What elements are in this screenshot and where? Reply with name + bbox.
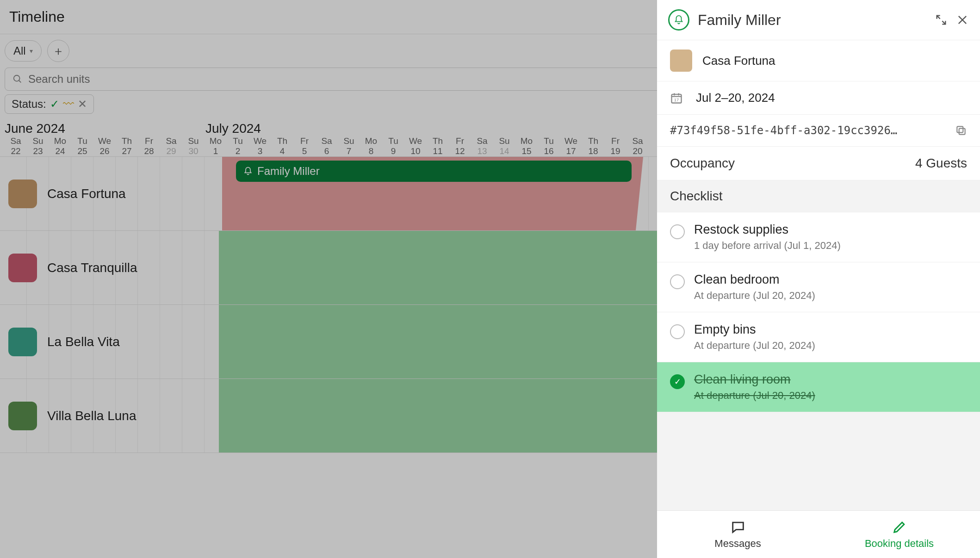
pencil-icon	[892, 519, 907, 535]
checklist-item-sub: At departure (Jul 20, 2024)	[694, 390, 815, 402]
panel-dates-row[interactable]: 17 Jul 2–20, 2024	[657, 81, 980, 114]
day-column: Tu2	[227, 136, 249, 156]
filter-label: All	[13, 44, 26, 57]
day-column: Su7	[338, 136, 360, 156]
expand-icon[interactable]	[935, 13, 948, 26]
day-column: Su30	[182, 136, 205, 156]
checklist-item[interactable]: ✓Clean living roomAt departure (Jul 20, …	[657, 362, 980, 412]
tab-messages-label: Messages	[714, 538, 761, 550]
unit-name: Villa Bella Luna	[47, 409, 136, 423]
close-icon: ✕	[78, 98, 87, 111]
day-column: We17	[560, 136, 582, 156]
checklist: Restock supplies1 day before arrival (Ju…	[657, 212, 980, 510]
unit-cell[interactable]: La Bella Vita	[8, 328, 120, 356]
unit-thumb	[8, 254, 37, 282]
unit-name: Casa Tranquilla	[47, 260, 137, 275]
checklist-item[interactable]: Empty binsAt departure (Jul 20, 2024)	[657, 312, 980, 362]
add-button[interactable]: ＋	[47, 40, 69, 62]
unit-cell[interactable]: Villa Bella Luna	[8, 402, 136, 430]
checklist-item[interactable]: Restock supplies1 day before arrival (Ju…	[657, 212, 980, 262]
checklist-item-sub: 1 day before arrival (Jul 1, 2024)	[694, 240, 841, 252]
checklist-item-title: Clean bedroom	[694, 273, 815, 287]
svg-rect-9	[959, 129, 965, 135]
chat-icon	[730, 519, 746, 535]
copy-icon[interactable]	[955, 124, 967, 136]
day-column: Tu25	[71, 136, 93, 156]
filter-all-dropdown[interactable]: All ▾	[5, 40, 42, 62]
close-icon[interactable]	[956, 13, 969, 26]
unit-name: Casa Fortuna	[47, 186, 126, 201]
day-column: Tu9	[382, 136, 404, 156]
checklist-item[interactable]: Clean bedroomAt departure (Jul 20, 2024)	[657, 262, 980, 312]
day-column: Sa29	[160, 136, 182, 156]
month-label-2: July 2024	[205, 121, 261, 136]
day-column: Mo24	[49, 136, 71, 156]
day-column: We10	[404, 136, 427, 156]
svg-point-0	[14, 75, 20, 81]
panel-unit-name: Casa Fortuna	[702, 54, 775, 68]
day-column: Sa6	[316, 136, 338, 156]
panel-guest-name: Family Miller	[698, 12, 926, 29]
occupancy-value: 4 Guests	[915, 156, 967, 171]
calendar-icon: 17	[670, 92, 683, 105]
unit-thumb	[8, 180, 37, 208]
svg-text:17: 17	[674, 98, 679, 102]
panel-id-row: #73f49f58-51fe-4bff-a302-19cc3926…	[657, 114, 980, 146]
day-column: Fr19	[604, 136, 626, 156]
panel-dates: Jul 2–20, 2024	[696, 91, 775, 105]
day-column: Fr5	[293, 136, 316, 156]
bell-icon	[243, 167, 253, 176]
day-column: Mo1	[205, 136, 227, 156]
chevron-down-icon: ▾	[30, 47, 33, 55]
svg-rect-10	[957, 126, 963, 132]
day-column: Th11	[427, 136, 449, 156]
wave-icon: 〰	[63, 98, 74, 111]
checkbox[interactable]	[670, 324, 685, 339]
occupancy-row: Occupancy 4 Guests	[657, 146, 980, 180]
booking-details-panel: Family Miller Casa Fortuna 17 Jul 2–20, …	[657, 0, 980, 558]
panel-unit-row[interactable]: Casa Fortuna	[657, 40, 980, 81]
status-label: Status:	[12, 98, 46, 111]
checklist-item-sub: At departure (Jul 20, 2024)	[694, 340, 815, 352]
checklist-item-title: Clean living room	[694, 372, 815, 387]
checkbox[interactable]: ✓	[670, 374, 685, 389]
unit-cell[interactable]: Casa Fortuna	[8, 180, 126, 208]
checkbox[interactable]	[670, 224, 685, 239]
day-column: Sa20	[626, 136, 649, 156]
day-column: Th27	[116, 136, 138, 156]
day-column: Th18	[582, 136, 604, 156]
bell-badge-icon	[668, 9, 689, 31]
unit-thumb	[8, 328, 37, 356]
day-column: Tu16	[538, 136, 560, 156]
day-column: Th4	[271, 136, 293, 156]
plus-icon: ＋	[52, 43, 64, 59]
tab-booking-details[interactable]: Booking details	[819, 511, 980, 558]
day-column: Fr28	[138, 136, 160, 156]
booking-bar-label: Family Miller	[257, 165, 320, 178]
day-column: Sa22	[5, 136, 27, 156]
unit-cell[interactable]: Casa Tranquilla	[8, 254, 137, 282]
day-column: Mo15	[515, 136, 538, 156]
occupancy-label: Occupancy	[670, 156, 735, 171]
search-icon	[12, 74, 23, 84]
checklist-item-sub: At departure (Jul 20, 2024)	[694, 290, 815, 302]
day-column: Su14	[493, 136, 515, 156]
unit-thumb	[670, 50, 692, 72]
tab-details-label: Booking details	[865, 538, 934, 550]
day-column: Su23	[27, 136, 49, 156]
status-filter[interactable]: Status: ✓ 〰 ✕	[5, 94, 94, 114]
checklist-item-title: Empty bins	[694, 322, 815, 337]
tab-messages[interactable]: Messages	[657, 511, 819, 558]
day-column: Fr12	[449, 136, 471, 156]
checklist-header: Checklist	[657, 180, 980, 212]
day-column: We3	[249, 136, 271, 156]
checklist-item-title: Restock supplies	[694, 223, 841, 237]
day-column: Sa13	[471, 136, 493, 156]
checkbox[interactable]	[670, 274, 685, 289]
month-label-1: June 2024	[5, 121, 205, 136]
unit-thumb	[8, 402, 37, 430]
booking-id: #73f49f58-51fe-4bff-a302-19cc3926…	[670, 124, 945, 137]
unit-name: La Bella Vita	[47, 335, 120, 349]
booking-bar[interactable]: Family Miller	[236, 161, 632, 182]
day-column: Mo8	[360, 136, 382, 156]
